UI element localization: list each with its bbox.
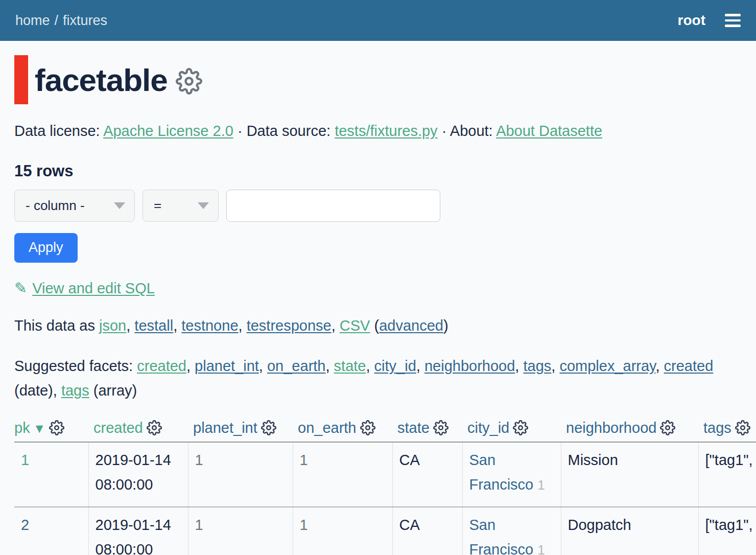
pencil-icon: ✎ [14,280,27,296]
cell-tags: ["tag1", "tag3"] [698,507,756,555]
filter-column-select[interactable]: - column - [14,190,135,222]
column-gear-icon[interactable] [735,420,750,435]
breadcrumb-separator: / [50,13,63,28]
export-link-testnone[interactable]: testnone [181,317,238,334]
column-gear-icon[interactable] [49,420,64,435]
select-dropdown-arrow-icon [114,202,125,209]
source-label: Data source: [247,123,330,139]
data-table: pk▼ created planet_int on_earth state ci… [14,418,756,555]
sql-row: ✎View and edit SQL [14,279,756,297]
about-link[interactable]: About Datasette [496,123,602,139]
facet-suffix: (date) [14,382,53,399]
cell-neighborhood: Dogpatch [561,507,698,555]
column-header-link-created[interactable]: created [93,420,143,436]
column-gear-icon[interactable] [360,420,375,435]
cell-on_earth: 1 [293,442,392,507]
export-link-testall[interactable]: testall [134,317,173,334]
export-link-testresponse[interactable]: testresponse [247,317,332,334]
facet-link-created[interactable]: created [664,358,714,374]
cell-city_id: San Francisco1 [462,507,561,555]
column-header-link-on_earth[interactable]: on_earth [298,420,357,436]
view-edit-sql-link[interactable]: View and edit SQL [32,280,155,296]
table-settings-gear-icon[interactable] [176,68,202,95]
column-header-link-planet_int[interactable]: planet_int [193,420,257,436]
breadcrumb-home-link[interactable]: home [15,13,50,28]
column-header-on_earth: on_earth [293,418,392,442]
planet_int-value: 1 [195,517,203,533]
column-header-link-state[interactable]: state [397,420,430,436]
facet-link-planet_int[interactable]: planet_int [195,358,259,374]
column-header-state: state [392,418,462,442]
metadata-line: Data license: Apache License 2.0 · Data … [14,123,756,140]
row-count-heading: 15 rows [14,162,756,180]
cell-state: CA [392,442,462,507]
user-menu-link[interactable]: root [678,12,705,29]
top-nav-bar: home/fixtures root [0,0,756,41]
city-id-raw-value: 1 [537,477,545,493]
column-header-planet_int: planet_int [188,418,293,442]
column-header-link-neighborhood[interactable]: neighborhood [566,420,656,436]
facet-link-on_earth[interactable]: on_earth [267,358,326,374]
filter-operator-select[interactable]: = [143,190,219,222]
facet-link-tags[interactable]: tags [61,382,89,399]
column-header-link-pk[interactable]: pk [14,420,30,436]
facet-link-neighborhood[interactable]: neighborhood [424,358,515,374]
cell-pk: 1 [14,442,88,507]
apply-button[interactable]: Apply [14,233,78,263]
cell-tags: ["tag1", "tag2"] [698,442,756,507]
on_earth-value: 1 [300,517,308,533]
hamburger-menu-icon[interactable] [725,14,741,27]
source-link[interactable]: tests/fixtures.py [335,123,437,139]
on_earth-value: 1 [300,452,308,468]
breadcrumb-current-link[interactable]: fixtures [63,13,107,28]
column-gear-icon[interactable] [513,420,528,435]
about-label: About: [450,123,493,139]
city-link[interactable]: San Francisco [469,452,534,493]
column-gear-icon[interactable] [147,420,162,435]
breadcrumb: home/fixtures [15,13,107,29]
pk-link[interactable]: 1 [21,452,29,468]
page-title: facetable [35,62,168,98]
cell-created: 2019-01-14 08:00:00 [88,442,188,507]
column-header-link-tags[interactable]: tags [703,420,731,436]
table-header-row: pk▼ created planet_int on_earth state ci… [14,418,756,442]
column-gear-icon[interactable] [261,420,276,435]
city-link[interactable]: San Francisco [469,517,534,555]
facet-link-city_id[interactable]: city_id [374,358,416,374]
table-row: 22019-01-14 08:00:0011CASan Francisco1Do… [14,507,756,555]
column-gear-icon[interactable] [660,420,675,435]
cell-on_earth: 1 [293,507,392,555]
main-content: facetable Data license: Apache License 2… [0,55,756,555]
column-header-tags: tags [698,418,756,442]
facet-link-created[interactable]: created [137,358,186,374]
table-body: 12019-01-14 08:00:0011CASan Francisco1Mi… [14,442,756,555]
cell-neighborhood: Mission [561,442,698,507]
title-bar: facetable [14,55,756,104]
pk-link[interactable]: 2 [21,517,29,533]
planet_int-value: 1 [195,452,203,468]
facet-link-tags[interactable]: tags [523,358,551,374]
column-header-link-city_id[interactable]: city_id [467,420,509,436]
select-dropdown-arrow-icon [198,202,209,209]
city-id-raw-value: 1 [537,542,545,555]
dot-separator: · [238,123,243,139]
sort-desc-icon: ▼ [33,421,46,435]
export-link-json[interactable]: json [99,317,126,334]
facet-suffix: (array) [89,382,137,399]
license-label: Data license: [14,123,100,139]
export-link-CSV[interactable]: CSV [340,317,370,334]
title-accent-bar [14,55,28,104]
column-header-created: created [88,418,188,442]
column-gear-icon[interactable] [433,420,448,435]
filter-value-input[interactable] [226,190,440,222]
dot-separator: · [442,123,447,139]
column-header-pk: pk▼ [14,418,88,442]
export-prefix: This data as [14,317,99,334]
cell-planet_int: 1 [188,442,293,507]
filter-operator-value: = [154,198,161,214]
export-link-advanced[interactable]: advanced [379,317,443,334]
license-link[interactable]: Apache License 2.0 [103,123,233,139]
facet-link-complex_array[interactable]: complex_array [559,358,655,374]
cell-planet_int: 1 [188,507,293,555]
facet-link-state[interactable]: state [334,358,366,374]
